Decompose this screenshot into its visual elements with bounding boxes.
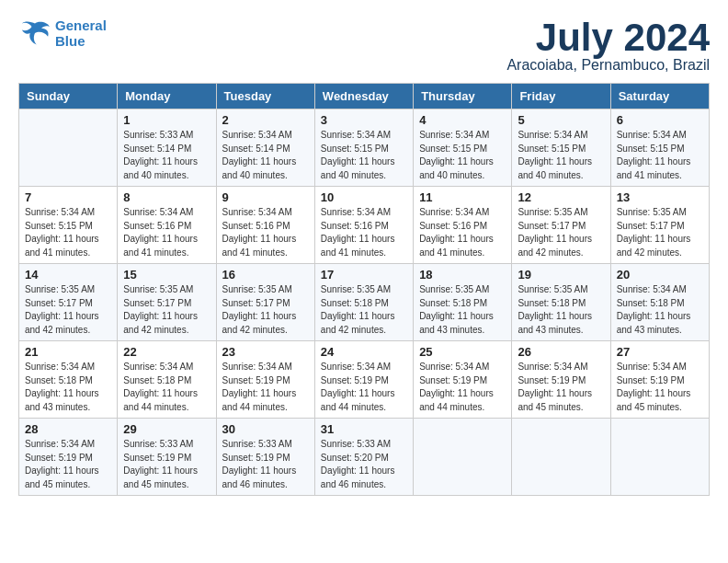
day-cell: 3Sunrise: 5:34 AM Sunset: 5:15 PM Daylig… bbox=[314, 109, 413, 187]
day-number: 19 bbox=[518, 268, 604, 282]
month-title: July 2024 bbox=[506, 18, 710, 57]
day-info: Sunrise: 5:34 AM Sunset: 5:16 PM Dayligh… bbox=[222, 206, 309, 259]
day-cell: 10Sunrise: 5:34 AM Sunset: 5:16 PM Dayli… bbox=[314, 187, 413, 264]
day-info: Sunrise: 5:34 AM Sunset: 5:18 PM Dayligh… bbox=[617, 283, 703, 337]
day-number: 30 bbox=[222, 422, 309, 436]
day-number: 8 bbox=[123, 190, 210, 204]
col-header-tuesday: Tuesday bbox=[216, 84, 314, 109]
day-cell: 29Sunrise: 5:33 AM Sunset: 5:19 PM Dayli… bbox=[118, 419, 216, 496]
header-row: SundayMondayTuesdayWednesdayThursdayFrid… bbox=[19, 84, 710, 109]
day-info: Sunrise: 5:34 AM Sunset: 5:16 PM Dayligh… bbox=[123, 206, 210, 259]
day-number: 18 bbox=[419, 268, 506, 282]
day-cell: 31Sunrise: 5:33 AM Sunset: 5:20 PM Dayli… bbox=[314, 419, 413, 496]
day-cell: 24Sunrise: 5:34 AM Sunset: 5:19 PM Dayli… bbox=[314, 341, 413, 419]
day-info: Sunrise: 5:34 AM Sunset: 5:19 PM Dayligh… bbox=[419, 361, 506, 414]
day-info: Sunrise: 5:33 AM Sunset: 5:14 PM Dayligh… bbox=[123, 129, 210, 182]
day-info: Sunrise: 5:33 AM Sunset: 5:19 PM Dayligh… bbox=[123, 438, 210, 491]
logo-text: General Blue bbox=[55, 18, 107, 49]
week-row-1: 1Sunrise: 5:33 AM Sunset: 5:14 PM Daylig… bbox=[19, 109, 710, 187]
day-info: Sunrise: 5:34 AM Sunset: 5:19 PM Dayligh… bbox=[617, 361, 703, 414]
day-number: 28 bbox=[25, 422, 111, 436]
day-cell: 14Sunrise: 5:35 AM Sunset: 5:17 PM Dayli… bbox=[19, 264, 118, 341]
day-number: 26 bbox=[518, 345, 604, 359]
day-info: Sunrise: 5:33 AM Sunset: 5:20 PM Dayligh… bbox=[321, 438, 407, 491]
day-number: 24 bbox=[321, 345, 407, 359]
day-cell: 28Sunrise: 5:34 AM Sunset: 5:19 PM Dayli… bbox=[19, 419, 118, 496]
col-header-monday: Monday bbox=[118, 84, 216, 109]
day-number: 23 bbox=[222, 345, 309, 359]
day-info: Sunrise: 5:35 AM Sunset: 5:18 PM Dayligh… bbox=[321, 283, 407, 337]
day-cell: 6Sunrise: 5:34 AM Sunset: 5:15 PM Daylig… bbox=[610, 109, 709, 187]
day-info: Sunrise: 5:33 AM Sunset: 5:19 PM Dayligh… bbox=[222, 438, 309, 491]
day-cell bbox=[610, 419, 709, 496]
day-cell bbox=[414, 419, 512, 496]
day-info: Sunrise: 5:35 AM Sunset: 5:17 PM Dayligh… bbox=[123, 283, 210, 337]
day-info: Sunrise: 5:35 AM Sunset: 5:18 PM Dayligh… bbox=[518, 283, 604, 337]
day-info: Sunrise: 5:34 AM Sunset: 5:15 PM Dayligh… bbox=[617, 129, 703, 182]
day-info: Sunrise: 5:34 AM Sunset: 5:18 PM Dayligh… bbox=[123, 361, 210, 414]
week-row-2: 7Sunrise: 5:34 AM Sunset: 5:15 PM Daylig… bbox=[19, 187, 710, 264]
day-number: 17 bbox=[321, 268, 407, 282]
day-number: 10 bbox=[321, 190, 407, 204]
day-cell: 17Sunrise: 5:35 AM Sunset: 5:18 PM Dayli… bbox=[314, 264, 413, 341]
location: Aracoiaba, Pernambuco, Brazil bbox=[506, 57, 710, 74]
day-number: 14 bbox=[25, 268, 111, 282]
day-info: Sunrise: 5:34 AM Sunset: 5:16 PM Dayligh… bbox=[321, 206, 407, 259]
day-number: 22 bbox=[123, 345, 210, 359]
day-number: 1 bbox=[123, 113, 210, 127]
day-number: 31 bbox=[321, 422, 407, 436]
day-cell: 18Sunrise: 5:35 AM Sunset: 5:18 PM Dayli… bbox=[414, 264, 512, 341]
day-info: Sunrise: 5:34 AM Sunset: 5:19 PM Dayligh… bbox=[222, 361, 309, 414]
day-cell: 5Sunrise: 5:34 AM Sunset: 5:15 PM Daylig… bbox=[512, 109, 610, 187]
day-info: Sunrise: 5:34 AM Sunset: 5:16 PM Dayligh… bbox=[419, 206, 506, 259]
day-number: 29 bbox=[123, 422, 210, 436]
day-number: 2 bbox=[222, 113, 309, 127]
day-info: Sunrise: 5:35 AM Sunset: 5:17 PM Dayligh… bbox=[222, 283, 309, 337]
day-cell: 9Sunrise: 5:34 AM Sunset: 5:16 PM Daylig… bbox=[216, 187, 314, 264]
day-number: 7 bbox=[25, 190, 111, 204]
logo: General Blue bbox=[18, 18, 107, 49]
day-info: Sunrise: 5:34 AM Sunset: 5:19 PM Dayligh… bbox=[321, 361, 407, 414]
day-info: Sunrise: 5:35 AM Sunset: 5:17 PM Dayligh… bbox=[518, 206, 604, 259]
col-header-thursday: Thursday bbox=[414, 84, 512, 109]
col-header-saturday: Saturday bbox=[610, 84, 709, 109]
day-cell: 2Sunrise: 5:34 AM Sunset: 5:14 PM Daylig… bbox=[216, 109, 314, 187]
day-info: Sunrise: 5:35 AM Sunset: 5:17 PM Dayligh… bbox=[25, 283, 111, 337]
day-cell bbox=[19, 109, 118, 187]
day-cell: 25Sunrise: 5:34 AM Sunset: 5:19 PM Dayli… bbox=[414, 341, 512, 419]
day-cell bbox=[512, 419, 610, 496]
day-number: 13 bbox=[617, 190, 703, 204]
day-number: 20 bbox=[617, 268, 703, 282]
logo-icon bbox=[18, 20, 51, 48]
col-header-sunday: Sunday bbox=[19, 84, 118, 109]
day-info: Sunrise: 5:34 AM Sunset: 5:15 PM Dayligh… bbox=[25, 206, 111, 259]
day-number: 21 bbox=[25, 345, 111, 359]
day-cell: 20Sunrise: 5:34 AM Sunset: 5:18 PM Dayli… bbox=[610, 264, 709, 341]
day-cell: 16Sunrise: 5:35 AM Sunset: 5:17 PM Dayli… bbox=[216, 264, 314, 341]
day-info: Sunrise: 5:35 AM Sunset: 5:18 PM Dayligh… bbox=[419, 283, 506, 337]
day-cell: 21Sunrise: 5:34 AM Sunset: 5:18 PM Dayli… bbox=[19, 341, 118, 419]
day-number: 25 bbox=[419, 345, 506, 359]
day-cell: 27Sunrise: 5:34 AM Sunset: 5:19 PM Dayli… bbox=[610, 341, 709, 419]
day-number: 12 bbox=[518, 190, 604, 204]
day-number: 6 bbox=[617, 113, 703, 127]
week-row-5: 28Sunrise: 5:34 AM Sunset: 5:19 PM Dayli… bbox=[19, 419, 710, 496]
day-cell: 23Sunrise: 5:34 AM Sunset: 5:19 PM Dayli… bbox=[216, 341, 314, 419]
day-cell: 1Sunrise: 5:33 AM Sunset: 5:14 PM Daylig… bbox=[118, 109, 216, 187]
day-number: 27 bbox=[617, 345, 703, 359]
day-info: Sunrise: 5:35 AM Sunset: 5:17 PM Dayligh… bbox=[617, 206, 703, 259]
day-cell: 13Sunrise: 5:35 AM Sunset: 5:17 PM Dayli… bbox=[610, 187, 709, 264]
day-cell: 22Sunrise: 5:34 AM Sunset: 5:18 PM Dayli… bbox=[118, 341, 216, 419]
week-row-4: 21Sunrise: 5:34 AM Sunset: 5:18 PM Dayli… bbox=[19, 341, 710, 419]
day-cell: 26Sunrise: 5:34 AM Sunset: 5:19 PM Dayli… bbox=[512, 341, 610, 419]
calendar-table: SundayMondayTuesdayWednesdayThursdayFrid… bbox=[18, 83, 710, 496]
week-row-3: 14Sunrise: 5:35 AM Sunset: 5:17 PM Dayli… bbox=[19, 264, 710, 341]
day-number: 15 bbox=[123, 268, 210, 282]
title-block: July 2024 Aracoiaba, Pernambuco, Brazil bbox=[506, 18, 710, 74]
day-number: 16 bbox=[222, 268, 309, 282]
day-info: Sunrise: 5:34 AM Sunset: 5:14 PM Dayligh… bbox=[222, 129, 309, 182]
day-number: 5 bbox=[518, 113, 604, 127]
day-cell: 15Sunrise: 5:35 AM Sunset: 5:17 PM Dayli… bbox=[118, 264, 216, 341]
day-cell: 19Sunrise: 5:35 AM Sunset: 5:18 PM Dayli… bbox=[512, 264, 610, 341]
day-number: 4 bbox=[419, 113, 506, 127]
